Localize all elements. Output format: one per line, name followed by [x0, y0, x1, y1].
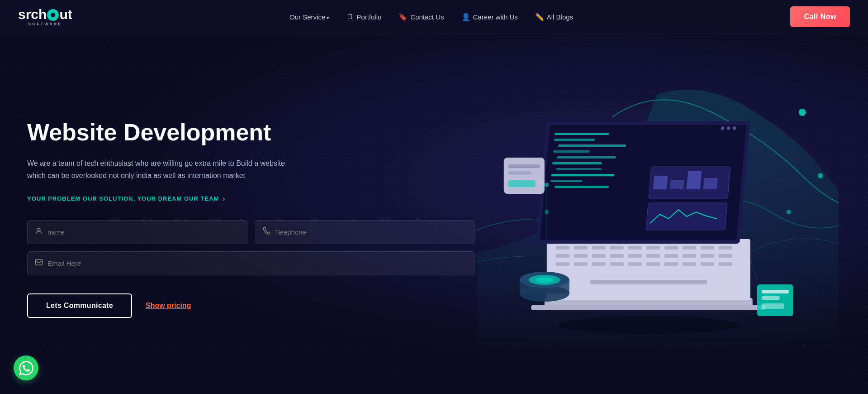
action-row: Lets Communicate Show pricing: [27, 293, 474, 318]
nav-item-portfolio[interactable]: 🗒 Portfolio: [340, 9, 388, 24]
svg-rect-62: [508, 164, 540, 168]
svg-rect-37: [701, 262, 714, 266]
svg-rect-19: [556, 254, 569, 258]
svg-rect-24: [646, 254, 660, 258]
name-field[interactable]: [27, 220, 247, 244]
svg-rect-34: [646, 262, 660, 266]
name-input[interactable]: [47, 228, 240, 236]
svg-rect-63: [508, 171, 531, 175]
portfolio-icon: 🗒: [346, 13, 354, 21]
svg-rect-35: [664, 262, 678, 266]
svg-rect-10: [574, 246, 588, 250]
telephone-field[interactable]: [255, 220, 475, 244]
svg-rect-26: [683, 254, 696, 258]
svg-point-3: [818, 173, 823, 178]
svg-rect-1: [36, 259, 43, 265]
whatsapp-icon: [19, 361, 33, 375]
hero-section: Website Development We are a team of tec…: [0, 34, 868, 394]
svg-rect-55: [687, 171, 702, 189]
svg-rect-61: [504, 158, 545, 194]
logo-text-part2: ut: [59, 7, 72, 22]
nav-link-career[interactable]: 👤 Career with Us: [455, 9, 524, 25]
svg-rect-7: [531, 305, 766, 310]
svg-rect-72: [762, 296, 780, 300]
hero-title: Website Development: [27, 119, 474, 146]
logo[interactable]: srchut SOFTWARE: [18, 7, 72, 26]
hero-right: [474, 72, 841, 366]
nav-item-contact-us[interactable]: 🔖 Contact Us: [392, 9, 450, 25]
svg-point-77: [545, 210, 549, 214]
whatsapp-button[interactable]: [14, 356, 38, 380]
career-label: Career with Us: [473, 13, 518, 21]
blogs-icon: ✏️: [535, 13, 544, 21]
svg-rect-54: [670, 180, 684, 189]
svg-rect-39: [590, 280, 707, 284]
svg-rect-12: [610, 246, 624, 250]
contact-form: [27, 220, 474, 275]
svg-rect-11: [592, 246, 606, 250]
nav-links: Our Service 🗒 Portfolio 🔖 Contact Us 👤 C…: [283, 9, 579, 25]
nav-item-our-service[interactable]: Our Service: [283, 10, 336, 24]
nav-link-portfolio[interactable]: 🗒 Portfolio: [340, 9, 388, 24]
svg-rect-32: [610, 262, 624, 266]
svg-rect-20: [574, 254, 588, 258]
svg-rect-48: [556, 168, 602, 170]
svg-rect-14: [646, 246, 660, 250]
logo-subtitle: SOFTWARE: [18, 22, 72, 26]
svg-rect-56: [703, 178, 718, 189]
hero-left: Website Development We are a team of tec…: [27, 119, 474, 318]
contact-icon: 🔖: [398, 13, 408, 21]
svg-rect-23: [628, 254, 642, 258]
svg-rect-31: [592, 262, 606, 266]
nav-link-blogs[interactable]: ✏️ All Blogs: [529, 9, 579, 25]
svg-rect-25: [664, 254, 678, 258]
svg-rect-49: [551, 174, 615, 176]
call-now-button[interactable]: Call Now: [790, 6, 850, 27]
svg-rect-42: [555, 133, 609, 135]
nav-link-contact-us[interactable]: 🔖 Contact Us: [392, 9, 450, 25]
svg-rect-18: [719, 246, 732, 250]
svg-rect-30: [574, 262, 588, 266]
email-icon: [35, 258, 43, 269]
email-input[interactable]: [47, 259, 467, 267]
hero-cta-link[interactable]: YOUR PROBLEM OUR SOLUTION, YOUR DREAM OU…: [27, 195, 226, 203]
svg-rect-15: [664, 246, 678, 250]
svg-rect-45: [553, 150, 589, 153]
svg-point-69: [536, 277, 554, 283]
user-icon: [35, 227, 43, 237]
svg-rect-22: [610, 254, 624, 258]
svg-rect-71: [762, 290, 789, 293]
wave-illustration: [474, 72, 841, 366]
svg-rect-33: [628, 262, 642, 266]
svg-rect-9: [556, 246, 569, 250]
svg-rect-28: [719, 254, 732, 258]
svg-rect-47: [552, 162, 602, 164]
svg-rect-50: [550, 180, 582, 182]
nav-link-our-service[interactable]: Our Service: [283, 10, 336, 24]
arrow-icon: ›: [223, 195, 225, 203]
svg-rect-38: [719, 262, 732, 266]
phone-icon: [262, 227, 270, 237]
svg-rect-16: [683, 246, 696, 250]
svg-rect-29: [556, 262, 569, 266]
svg-point-0: [38, 228, 40, 231]
show-pricing-link[interactable]: Show pricing: [146, 302, 191, 310]
svg-rect-46: [557, 156, 616, 159]
svg-rect-73: [762, 303, 784, 309]
career-icon: 👤: [461, 13, 470, 21]
hero-cta-text: YOUR PROBLEM OUR SOLUTION, YOUR DREAM OU…: [27, 195, 219, 202]
nav-item-career[interactable]: 👤 Career with Us: [455, 9, 524, 25]
svg-rect-51: [555, 186, 609, 188]
nav-item-blogs[interactable]: ✏️ All Blogs: [529, 9, 579, 25]
hero-description: We are a team of tech enthusiast who are…: [27, 157, 299, 182]
svg-point-2: [799, 109, 806, 116]
svg-rect-70: [757, 284, 793, 316]
navbar: srchut SOFTWARE Our Service 🗒 Portfolio …: [0, 0, 868, 34]
svg-rect-13: [628, 246, 642, 250]
email-field[interactable]: [27, 251, 474, 275]
telephone-input[interactable]: [275, 228, 467, 236]
svg-point-4: [787, 210, 791, 214]
form-row-1: [27, 220, 474, 244]
lets-communicate-button[interactable]: Lets Communicate: [27, 293, 132, 318]
svg-point-76: [545, 183, 549, 187]
